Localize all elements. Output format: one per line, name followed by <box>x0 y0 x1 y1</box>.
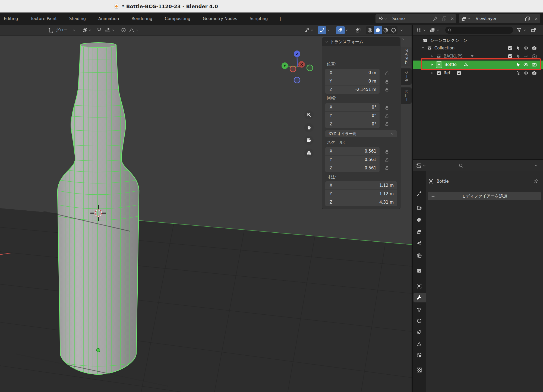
falloff-curve-icon[interactable] <box>128 27 135 33</box>
camera-view-button[interactable] <box>304 136 314 145</box>
lock-icon[interactable] <box>384 121 389 127</box>
expand-arrow-icon[interactable] <box>431 71 434 75</box>
lock-icon[interactable] <box>384 87 389 92</box>
dimensions-x-field[interactable]: X1.12 m <box>325 181 397 189</box>
eye-icon[interactable] <box>523 45 529 51</box>
tab-scripting[interactable]: Scripting <box>248 15 270 23</box>
render-disabled-camera-icon[interactable] <box>532 62 537 67</box>
view-layer-selector[interactable]: ViewLayer <box>459 14 540 23</box>
tab-modifiers-icon[interactable] <box>416 295 422 301</box>
breadcrumb-object-name[interactable]: Bottle <box>437 179 449 184</box>
tab-scene-icon[interactable] <box>416 241 422 246</box>
axis-minus-z-ball[interactable] <box>294 77 300 83</box>
chevron-down-icon[interactable] <box>88 28 92 32</box>
scale-z-field[interactable]: Z0.561 <box>325 164 380 172</box>
shading-wireframe-button[interactable] <box>366 26 374 34</box>
chevron-down-icon[interactable] <box>436 28 440 32</box>
object-visibility-icon[interactable] <box>304 27 310 33</box>
pin-icon[interactable] <box>432 16 438 21</box>
lock-icon[interactable] <box>384 157 389 163</box>
checkbox-icon[interactable] <box>507 45 513 51</box>
tab-texture-icon[interactable] <box>416 367 422 373</box>
sidebar-tab-view[interactable]: ビュー <box>401 87 412 104</box>
lock-icon[interactable] <box>384 71 389 76</box>
selectable-cursor-outline-icon[interactable] <box>516 70 521 76</box>
chevron-down-icon[interactable] <box>111 28 115 32</box>
render-camera-icon[interactable] <box>532 45 537 51</box>
tab-physics-icon[interactable] <box>416 318 422 324</box>
row-label[interactable]: シーンコレクション <box>430 38 468 43</box>
eye-icon[interactable] <box>523 70 529 76</box>
checkbox-icon[interactable] <box>507 53 513 59</box>
remove-view-layer-icon[interactable] <box>534 16 539 21</box>
show-overlays-toggle[interactable] <box>336 26 345 34</box>
axis-minus-y-ball[interactable] <box>307 65 313 71</box>
sidebar-tab-item[interactable]: アイテム <box>401 47 412 66</box>
chevron-down-icon[interactable] <box>326 28 330 32</box>
tab-rendering[interactable]: Rendering <box>129 15 154 23</box>
expand-arrow-icon[interactable] <box>431 63 434 66</box>
tab-tool-icon[interactable] <box>416 190 422 196</box>
tab-constraints-icon[interactable] <box>416 329 422 335</box>
tab-compositing[interactable]: Compositing <box>163 15 192 23</box>
outliner-row-backups[interactable]: BACKUPS <box>413 52 543 60</box>
row-label[interactable]: Ref <box>444 71 450 75</box>
row-label[interactable]: Collection <box>434 46 454 50</box>
transform-orientation-icon[interactable] <box>48 27 54 33</box>
collapse-icon[interactable] <box>325 40 329 44</box>
tab-output-icon[interactable] <box>416 217 422 223</box>
pivot-point-icon[interactable] <box>82 27 88 33</box>
zoom-button[interactable] <box>304 110 314 119</box>
chevron-down-icon[interactable] <box>467 17 471 21</box>
pan-button[interactable] <box>304 123 314 132</box>
unlink-scene-icon[interactable] <box>450 16 455 21</box>
tab-particles-icon[interactable] <box>416 307 422 313</box>
location-x-field[interactable]: X0 m <box>325 69 380 77</box>
tab-collection-icon[interactable] <box>416 268 422 274</box>
shading-rendered-button[interactable] <box>390 26 397 34</box>
sidebar-tab-tool[interactable]: ツール <box>401 68 412 85</box>
pin-icon[interactable] <box>533 179 539 184</box>
lock-icon[interactable] <box>384 149 389 154</box>
display-mode-icon[interactable] <box>430 27 435 33</box>
axis-minus-x-ball[interactable] <box>290 66 296 72</box>
rotation-mode-dropdown[interactable]: XYZ オイラー角 <box>325 130 397 137</box>
outliner-row-ref[interactable]: Ref <box>413 69 543 77</box>
scene-selector[interactable]: Scene <box>375 14 456 23</box>
rotation-y-field[interactable]: Y0° <box>325 111 380 120</box>
selectable-cursor-icon[interactable] <box>516 45 521 51</box>
lock-icon[interactable] <box>384 165 389 171</box>
properties-editor-icon[interactable] <box>416 163 422 169</box>
chevron-down-icon[interactable] <box>345 28 349 32</box>
scale-y-field[interactable]: Y0.561 <box>325 155 380 164</box>
chevron-down-icon[interactable] <box>384 17 387 21</box>
tab-geometry-nodes[interactable]: Geometry Nodes <box>201 15 239 23</box>
eye-closed-icon[interactable] <box>523 53 529 59</box>
viewport-3d[interactable]: グロー... オ <box>0 25 412 392</box>
new-view-layer-icon[interactable] <box>525 16 530 22</box>
tab-shading[interactable]: Shading <box>67 15 88 23</box>
add-workspace-button[interactable]: + <box>278 16 282 22</box>
dimensions-y-field[interactable]: Y1.12 m <box>325 189 397 198</box>
scale-x-field[interactable]: X0.561 <box>325 147 380 155</box>
snap-target-icon[interactable] <box>103 27 111 33</box>
expand-arrow-icon[interactable] <box>431 55 434 58</box>
rotation-x-field[interactable]: X0° <box>325 103 380 111</box>
location-z-field[interactable]: Z-2.1451 m <box>325 85 380 94</box>
tab-animation[interactable]: Animation <box>96 15 121 23</box>
search-icon[interactable] <box>458 163 464 168</box>
proportional-editing-icon[interactable] <box>121 27 127 33</box>
scene-name[interactable]: Scene <box>392 16 405 21</box>
navigation-gizmo[interactable]: Z Y X <box>277 45 318 85</box>
expand-arrow-icon[interactable] <box>421 46 425 50</box>
chevron-down-icon[interactable] <box>310 28 314 32</box>
snap-magnet-icon[interactable] <box>96 27 102 33</box>
orientation-dropdown[interactable]: グロー... <box>56 28 71 33</box>
tab-object-data-icon[interactable] <box>416 341 422 347</box>
new-scene-icon[interactable] <box>441 16 447 22</box>
chevron-down-icon[interactable] <box>534 164 538 167</box>
new-collection-icon[interactable] <box>531 27 536 33</box>
add-modifier-button[interactable]: モディファイアーを追加 <box>428 192 541 200</box>
tab-texture-paint[interactable]: Texture Paint <box>28 15 59 23</box>
lock-icon[interactable] <box>384 113 389 119</box>
